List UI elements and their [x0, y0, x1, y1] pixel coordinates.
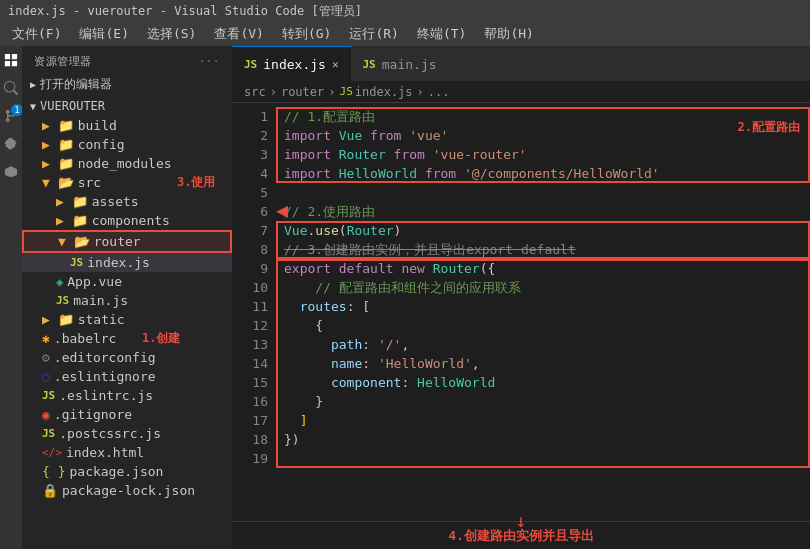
folder-icon: ▶ 📁 — [56, 194, 88, 209]
git-icon: ◉ — [42, 407, 50, 422]
tree-item-index-html[interactable]: </> index.html — [22, 443, 232, 462]
code-line-8: // 3.创建路由实例，并且导出export default — [276, 240, 810, 259]
tab-index-js[interactable]: JS index.js ✕ — [232, 46, 351, 81]
sidebar: 资源管理器 ··· ▶ 打开的编辑器 ▼ VUEROUTER ▶ 📁 build… — [22, 46, 232, 549]
breadcrumb-sep2: › — [328, 85, 335, 99]
tree-item-babelrc[interactable]: ✱ .babelrc 1.创建 — [22, 329, 232, 348]
code-line-12: { — [276, 316, 810, 335]
menu-terminal[interactable]: 终端(T) — [409, 23, 474, 45]
tree-item-eslintignore[interactable]: ○ .eslintignore — [22, 367, 232, 386]
activity-extensions[interactable] — [1, 162, 21, 182]
tree-item-app-vue[interactable]: ◈ App.vue — [22, 272, 232, 291]
tree-item-router-index[interactable]: JS index.js — [22, 253, 232, 272]
folder-icon: ▶ 📁 — [42, 137, 74, 152]
breadcrumb-router: router — [281, 85, 324, 99]
tree-item-node-modules[interactable]: ▶ 📁 node_modules — [22, 154, 232, 173]
tree-item-postcssrc[interactable]: JS .postcssrc.js — [22, 424, 232, 443]
annotation-config-route: 2.配置路由 — [738, 119, 800, 136]
annotation-use: 3.使用 — [177, 174, 215, 191]
tree-item-package-json[interactable]: { } package.json — [22, 462, 232, 481]
section-project[interactable]: ▼ VUEROUTER — [22, 96, 232, 116]
tree-item-router[interactable]: ▼ 📂 router — [22, 230, 232, 253]
tree-item-build[interactable]: ▶ 📁 build — [22, 116, 232, 135]
code-line-15: component: HelloWorld — [276, 373, 810, 392]
tree-item-package-lock[interactable]: 🔒 package-lock.json — [22, 481, 232, 500]
tree-item-gitignore[interactable]: ◉ .gitignore — [22, 405, 232, 424]
activity-debug[interactable] — [1, 134, 21, 154]
code-line-5 — [276, 183, 810, 202]
code-line-11: routes: [ — [276, 297, 810, 316]
code-line-14: name: 'HelloWorld', — [276, 354, 810, 373]
code-line-9: export default new Router({ — [276, 259, 810, 278]
folder-open-icon: ▼ 📂 — [42, 175, 74, 190]
activity-explorer[interactable] — [1, 50, 21, 70]
code-editor: 2.配置路由 ◀ 1 2 3 4 5 6 7 8 9 10 11 12 13 1… — [232, 103, 810, 521]
menu-help[interactable]: 帮助(H) — [476, 23, 541, 45]
sidebar-more[interactable]: ··· — [199, 55, 220, 68]
tree-item-assets[interactable]: ▶ 📁 assets — [22, 192, 232, 211]
tab-main-js-label: main.js — [382, 57, 437, 72]
code-line-4: import HelloWorld from '@/components/Hel… — [276, 164, 810, 183]
code-content[interactable]: // 1.配置路由 import Vue from 'vue' import R… — [276, 103, 810, 521]
section-open-editors[interactable]: ▶ 打开的编辑器 — [22, 73, 232, 96]
breadcrumb-js-icon: JS — [340, 85, 353, 98]
bottom-annotation-bar: 4.创建路由实例并且导出 ↓ — [232, 521, 810, 549]
folder-icon: ▶ 📁 — [42, 118, 74, 133]
menu-file[interactable]: 文件(F) — [4, 23, 69, 45]
tree-item-config[interactable]: ▶ 📁 config — [22, 135, 232, 154]
code-line-19 — [276, 449, 810, 468]
lock-json-icon: 🔒 — [42, 483, 58, 498]
arrow-down-4: ↓ — [516, 510, 527, 531]
tab-js-icon: JS — [244, 58, 257, 71]
tree-item-components[interactable]: ▶ 📁 components — [22, 211, 232, 230]
menu-select[interactable]: 选择(S) — [139, 23, 204, 45]
open-editors-label: 打开的编辑器 — [40, 76, 112, 93]
code-line-1: // 1.配置路由 — [276, 107, 810, 126]
activity-git[interactable]: 1 — [1, 106, 21, 126]
tab-close-index[interactable]: ✕ — [332, 58, 339, 71]
tree-item-eslintrc[interactable]: JS .eslintrc.js — [22, 386, 232, 405]
annotation-create: 1.创建 — [142, 330, 180, 347]
tab-main-js[interactable]: JS main.js — [351, 46, 449, 81]
menu-run[interactable]: 运行(R) — [341, 23, 406, 45]
html-icon: </> — [42, 446, 62, 459]
folder-icon: ▶ 📁 — [56, 213, 88, 228]
breadcrumb: src › router › JS index.js › ... — [232, 81, 810, 103]
tree-item-editorconfig[interactable]: ⚙ .editorconfig — [22, 348, 232, 367]
activity-search[interactable] — [1, 78, 21, 98]
titlebar-menu: index.js - vuerouter - Visual Studio Cod… — [8, 3, 362, 20]
babelrc-icon: ✱ — [42, 331, 50, 346]
line-numbers: 1 2 3 4 5 6 7 8 9 10 11 12 13 14 15 16 1… — [232, 103, 276, 521]
open-editors-arrow: ▶ — [30, 79, 36, 90]
folder-open-icon: ▼ 📂 — [58, 234, 90, 249]
vue-file-icon: ◈ — [56, 275, 63, 289]
arrow-left-2: ◀ — [276, 198, 288, 222]
tree-item-main-js[interactable]: JS main.js — [22, 291, 232, 310]
menu-goto[interactable]: 转到(G) — [274, 23, 339, 45]
title-text: index.js - vuerouter - Visual Studio Cod… — [8, 3, 362, 20]
tree-item-static[interactable]: ▶ 📁 static — [22, 310, 232, 329]
menubar: 文件(F) 编辑(E) 选择(S) 查看(V) 转到(G) 运行(R) 终端(T… — [0, 22, 810, 46]
code-line-3: import Router from 'vue-router' — [276, 145, 810, 164]
code-line-6: // 2.使用路由 — [276, 202, 810, 221]
js-file-icon: JS — [42, 427, 55, 440]
titlebar: index.js - vuerouter - Visual Studio Cod… — [0, 0, 810, 22]
js-file-icon: JS — [42, 389, 55, 402]
activity-bar: 1 — [0, 46, 22, 549]
code-line-2: import Vue from 'vue' — [276, 126, 810, 145]
code-line-16: } — [276, 392, 810, 411]
menu-view[interactable]: 查看(V) — [206, 23, 271, 45]
editor-area: JS index.js ✕ JS main.js src › router › … — [232, 46, 810, 549]
js-file-icon: JS — [70, 256, 83, 269]
project-arrow: ▼ — [30, 101, 36, 112]
main-layout: 1 资源管理器 ··· ▶ 打开的编辑器 ▼ VUEROUTER ▶ 📁 bui… — [0, 46, 810, 549]
tree-item-src[interactable]: ▼ 📂 src 3.使用 — [22, 173, 232, 192]
project-label: VUEROUTER — [40, 99, 105, 113]
js-file-icon: JS — [56, 294, 69, 307]
breadcrumb-sep1: › — [270, 85, 277, 99]
menu-edit[interactable]: 编辑(E) — [71, 23, 136, 45]
code-line-18: }) — [276, 430, 810, 449]
tab-bar: JS index.js ✕ JS main.js — [232, 46, 810, 81]
router-label: router — [94, 234, 141, 249]
code-line-17: ] — [276, 411, 810, 430]
